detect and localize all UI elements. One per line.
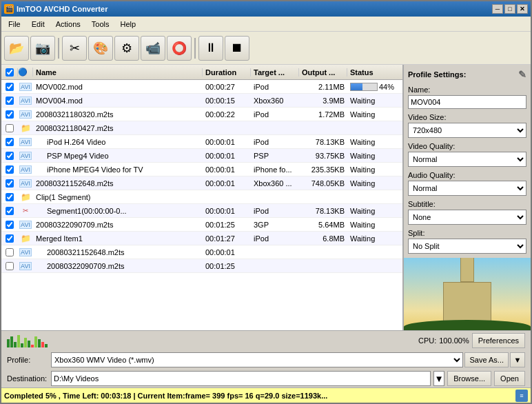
table-row[interactable]: AVI iPod H.264 Video 00:00:01 iPod 78.13… [1, 135, 402, 149]
open-button[interactable]: Open [494, 371, 525, 386]
dest-dropdown-button[interactable]: ▼ [433, 371, 444, 386]
row-checkbox[interactable] [6, 110, 14, 119]
row-status: Waiting [347, 165, 402, 174]
effects-button[interactable]: ✂ [62, 36, 87, 61]
profile-row: Profile: Xbox360 WMV Video (*.wmv) Save … [1, 350, 531, 370]
snapshot-button[interactable]: 📷 [30, 36, 55, 61]
row-icon: AVI [18, 262, 33, 270]
profile-dropdown-button[interactable]: ▼ [510, 352, 525, 367]
row-status: Waiting [347, 207, 402, 215]
row-output: 748.05KB [299, 179, 347, 188]
menu-tools[interactable]: Tools [86, 19, 115, 30]
header-target: Target ... [251, 68, 299, 77]
header-output: Output ... [299, 68, 347, 77]
audio-quality-select[interactable]: Normal High Low [408, 181, 526, 196]
preferences-button[interactable]: Preferences [472, 333, 525, 348]
audio-bar [31, 345, 34, 347]
table-row[interactable]: 📁 Merged Item1 00:01:27 iPod 6.8MB Waiti… [1, 232, 402, 245]
maximize-button[interactable]: □ [504, 4, 515, 14]
row-checkbox[interactable] [6, 234, 14, 243]
header-icon: 🔵 [18, 68, 33, 77]
table-header: 🔵 Name Duration Target ... Output ... St… [1, 65, 402, 80]
menu-file[interactable]: File [3, 19, 26, 30]
row-checkbox[interactable] [6, 124, 14, 132]
row-name: PSP Mpeg4 Video [33, 152, 203, 160]
table-row[interactable]: 📁 20080321180427.m2ts [1, 121, 402, 135]
split-select[interactable]: No Split [408, 239, 526, 254]
row-duration: 00:00:22 [203, 110, 251, 119]
subtitle-select[interactable]: None [408, 210, 526, 225]
close-button[interactable]: ✕ [517, 4, 528, 14]
table-row[interactable]: AVI iPhone MPEG4 Video for TV 00:00:01 i… [1, 163, 402, 176]
row-output: 5.64MB [299, 221, 347, 229]
video-file-icon: AVI [19, 152, 32, 160]
table-row[interactable]: ✂ Segment1(00:00:00-0... 00:00:01 iPod 7… [1, 204, 402, 218]
stop-button[interactable]: ⏹ [225, 36, 249, 61]
window-title: ImTOO AVCHD Converter [17, 5, 108, 13]
table-row[interactable]: AVI 20080322090709.m2ts 00:01:25 3GP 5.6… [1, 218, 402, 232]
row-icon: ✂ [18, 207, 33, 214]
browse-button[interactable]: Browse... [447, 371, 491, 386]
row-status: Waiting [347, 179, 402, 188]
video-size-label: Video Size: [408, 113, 526, 121]
castle-tower [460, 258, 474, 282]
circle-button[interactable]: ⭕ [167, 36, 192, 61]
header-name: Name [33, 68, 203, 77]
cpu-info: CPU: 100.00% Preferences [418, 333, 525, 348]
row-checkbox[interactable] [6, 179, 14, 188]
table-row[interactable]: AVI 20080321152648.m2ts 00:00:01 Xbox360… [1, 176, 402, 190]
color-button[interactable]: 🎨 [88, 36, 113, 61]
table-row[interactable]: AVI PSP Mpeg4 Video 00:00:01 PSP 93.75KB… [1, 149, 402, 163]
destination-input[interactable] [51, 371, 431, 386]
row-checkbox[interactable] [6, 193, 14, 201]
row-name: 20080321180427.m2ts [33, 124, 203, 132]
video-quality-label: Video Quality: [408, 142, 526, 150]
row-checkbox[interactable] [6, 138, 14, 146]
table-row[interactable]: AVI 20080321152648.m2ts 00:00:01 [1, 245, 402, 259]
row-check [1, 193, 18, 201]
add-video-button[interactable]: 📹 [141, 36, 165, 61]
row-icon: AVI [18, 97, 33, 105]
row-status: 44% [347, 83, 402, 91]
table-row[interactable]: AVI MOV004.mod 00:00:15 Xbox360 3.9MB Wa… [1, 94, 402, 108]
menu-actions[interactable]: Actions [50, 19, 86, 30]
app-icon: 🎬 [4, 4, 14, 14]
file-table-body: AVI MOV002.mod 00:00:27 iPod 2.11MB 44% [1, 80, 402, 330]
row-checkbox[interactable] [6, 207, 14, 215]
name-input[interactable] [408, 95, 526, 109]
audio-bar [38, 339, 41, 347]
video-quality-select[interactable]: Normal High Low [408, 152, 526, 167]
status-icon: ≡ [515, 390, 528, 402]
profile-select[interactable]: Xbox360 WMV Video (*.wmv) [51, 352, 463, 367]
row-checkbox[interactable] [6, 97, 14, 105]
row-checkbox[interactable] [6, 165, 14, 174]
row-checkbox[interactable] [6, 248, 14, 256]
table-row[interactable]: AVI 20080322090709.m2ts 00:01:25 [1, 259, 402, 273]
open-button[interactable]: 📂 [4, 36, 29, 61]
video-file-icon: AVI [19, 221, 32, 229]
save-as-button[interactable]: Save As... [464, 352, 509, 367]
row-duration: 00:00:27 [203, 83, 251, 91]
video-size-select[interactable]: 720x480 640x480 480x320 320x240 [408, 123, 526, 138]
select-all-checkbox[interactable] [6, 68, 14, 77]
audio-bar [41, 342, 44, 347]
row-name: iPod H.264 Video [33, 138, 203, 146]
table-row[interactable]: AVI 20080321180320.m2ts 00:00:22 iPod 1.… [1, 108, 402, 121]
cpu-value: 100.00% [439, 336, 469, 345]
row-checkbox[interactable] [6, 152, 14, 160]
pause-button[interactable]: ⏸ [198, 36, 223, 61]
menu-help[interactable]: Help [114, 19, 141, 30]
minimize-button[interactable]: ─ [492, 4, 503, 14]
edit-profile-icon[interactable]: ✎ [518, 69, 526, 80]
menu-edit[interactable]: Edit [26, 19, 50, 30]
row-checkbox[interactable] [6, 221, 14, 229]
table-row[interactable]: 📁 Clip(1 Segment) [1, 190, 402, 204]
row-checkbox[interactable] [6, 262, 14, 270]
audio-bar [28, 341, 30, 347]
row-checkbox[interactable] [6, 83, 14, 91]
profile-label: Profile: [7, 356, 48, 364]
row-name: MOV002.mod [33, 83, 203, 91]
table-row[interactable]: AVI MOV002.mod 00:00:27 iPod 2.11MB 44% [1, 80, 402, 94]
settings-button[interactable]: ⚙ [114, 36, 139, 61]
main-window: 🎬 ImTOO AVCHD Converter ─ □ ✕ File Edit … [0, 0, 532, 404]
